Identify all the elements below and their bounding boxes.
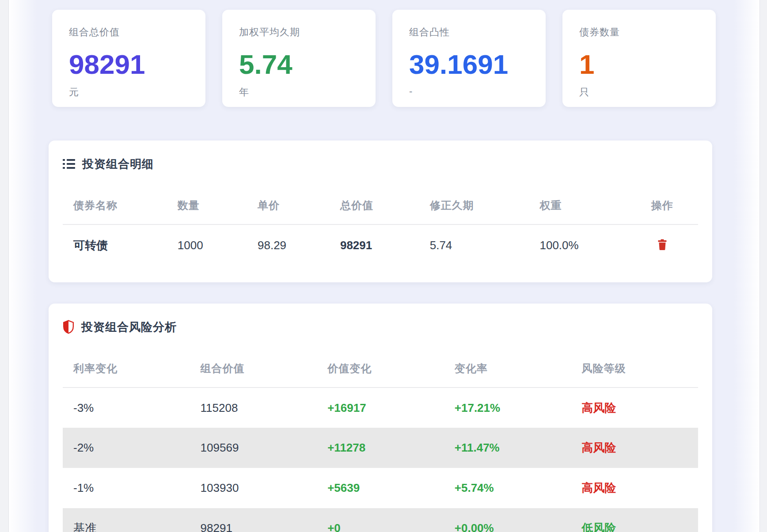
trash-icon [657,239,667,251]
cell-bond-name: 可转债 [63,224,167,266]
cell-change-rate: +17.21% [444,388,571,428]
cell-unit-price: 98.29 [247,224,330,266]
table-row: 基准 98291 +0 +0.00% 低风险 [63,508,698,532]
list-icon [63,159,75,169]
risk-level-badge: 高风险 [571,468,698,508]
risk-analysis-title: 投资组合风险分析 [81,319,177,335]
cell-portfolio-value: 103930 [190,468,317,508]
cell-quantity: 1000 [167,224,247,266]
risk-level-badge: 高风险 [571,388,698,428]
cell-change-rate: +11.47% [444,428,571,468]
stat-value: 5.74 [239,50,359,79]
stat-label: 债券数量 [579,26,699,39]
delete-bond-button[interactable] [656,237,669,252]
stat-label: 加权平均久期 [239,26,359,39]
cell-portfolio-value: 109569 [190,428,317,468]
col-header-quantity: 数量 [167,186,247,224]
risk-table: 利率变化 组合价值 价值变化 变化率 风险等级 -3% 115208 +1691… [63,350,698,532]
cell-change-rate: +5.74% [444,468,571,508]
col-header-unit-price: 单价 [247,186,330,224]
cell-rate-change: -1% [63,468,190,508]
stat-unit: - [409,86,529,97]
cell-weight: 100.0% [529,224,626,266]
main-content: 组合总价值 98291 元 加权平均久期 5.74 年 组合凸性 39.1691… [49,0,712,532]
portfolio-table-header-row: 债券名称 数量 单价 总价值 修正久期 权重 操作 [63,186,698,224]
risk-analysis-header: 投资组合风险分析 [63,319,698,334]
col-header-portfolio-value: 组合价值 [190,350,317,388]
stats-row: 组合总价值 98291 元 加权平均久期 5.74 年 组合凸性 39.1691… [52,10,712,107]
cell-value-change: +5639 [317,468,444,508]
portfolio-table: 债券名称 数量 单价 总价值 修正久期 权重 操作 可转债 1000 98.29… [63,186,698,266]
col-header-actions: 操作 [626,186,698,224]
cell-rate-change: -3% [63,388,190,428]
cell-portfolio-value: 115208 [190,388,317,428]
col-header-modified-duration: 修正久期 [419,186,529,224]
col-header-change-rate: 变化率 [444,350,571,388]
cell-portfolio-value: 98291 [190,508,317,532]
col-header-bond-name: 债券名称 [63,186,167,224]
stat-card-convexity: 组合凸性 39.1691 - [392,10,546,107]
portfolio-details-title: 投资组合明细 [82,156,154,172]
col-header-risk-level: 风险等级 [571,350,698,388]
cell-value-change: +11278 [317,428,444,468]
stat-unit: 年 [239,86,359,99]
risk-table-header-row: 利率变化 组合价值 价值变化 变化率 风险等级 [63,350,698,388]
risk-analysis-card: 投资组合风险分析 利率变化 组合价值 价值变化 变化率 风险等级 -3% 115 [49,304,712,532]
stat-unit: 元 [69,86,189,99]
cell-value-change: +16917 [317,388,444,428]
cell-change-rate: +0.00% [444,508,571,532]
risk-level-badge: 高风险 [571,428,698,468]
portfolio-details-card: 投资组合明细 债券名称 数量 单价 总价值 修正久期 权重 操作 [49,141,712,282]
risk-level-badge: 低风险 [571,508,698,532]
table-row: -2% 109569 +11278 +11.47% 高风险 [63,428,698,468]
table-row: 可转债 1000 98.29 98291 5.74 100.0% [63,224,698,266]
stat-value: 98291 [69,50,189,79]
stat-label: 组合总价值 [69,26,189,39]
cell-rate-change: -2% [63,428,190,468]
stat-label: 组合凸性 [409,26,529,39]
portfolio-details-header: 投资组合明细 [63,156,698,171]
stat-unit: 只 [579,86,699,99]
stat-card-total-value: 组合总价值 98291 元 [52,10,205,107]
col-header-total-value: 总价值 [330,186,419,224]
col-header-weight: 权重 [529,186,626,224]
stat-card-bond-count: 债券数量 1 只 [562,10,716,107]
stat-value: 39.1691 [409,50,529,79]
shield-icon [63,320,74,334]
stat-card-avg-duration: 加权平均久期 5.74 年 [222,10,376,107]
stat-value: 1 [579,50,699,79]
cell-value-change: +0 [317,508,444,532]
cell-rate-change: 基准 [63,508,190,532]
col-header-value-change: 价值变化 [317,350,444,388]
col-header-rate-change: 利率变化 [63,350,190,388]
table-row: -1% 103930 +5639 +5.74% 高风险 [63,468,698,508]
table-row: -3% 115208 +16917 +17.21% 高风险 [63,388,698,428]
cell-total-value: 98291 [330,224,419,266]
cell-modified-duration: 5.74 [419,224,529,266]
